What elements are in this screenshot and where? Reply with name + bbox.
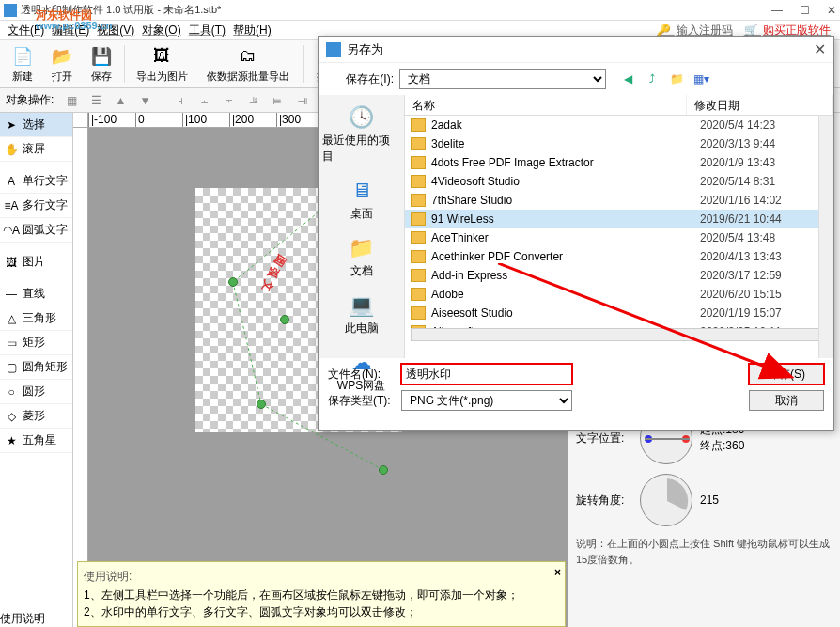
op-align-bot-icon[interactable]: ⫣: [292, 91, 313, 110]
folder-icon: [411, 269, 426, 282]
help-box: × 使用说明: 1、左侧工具栏中选择一个功能后，在画布区域按住鼠标左键拖动，即可…: [77, 561, 566, 627]
tool-label: 直线: [23, 286, 45, 302]
save-button[interactable]: 保存(S): [749, 364, 824, 384]
tool-line[interactable]: —直线: [0, 282, 72, 306]
folder-icon: [411, 212, 426, 226]
tool-hand[interactable]: ✋滚屏: [0, 137, 72, 162]
new-button[interactable]: 📄新建: [4, 43, 41, 86]
help-line: 1、左侧工具栏中选择一个功能后，在画布区域按住鼠标左键拖动，即可添加一个对象；: [84, 587, 559, 603]
menu-help[interactable]: 帮助(H): [231, 23, 273, 39]
tool-roundrect[interactable]: ▢圆角矩形: [0, 355, 72, 380]
op-front-icon[interactable]: ▲: [110, 91, 131, 110]
tool-arctext[interactable]: ◠A圆弧文字: [0, 218, 72, 243]
rotation-value: 215: [700, 494, 719, 507]
tool-star[interactable]: ★五角星: [0, 429, 72, 453]
menu-object[interactable]: 对象(O): [140, 23, 182, 39]
tool-rect[interactable]: ▭矩形: [0, 331, 72, 355]
file-name: 3delite: [431, 137, 700, 150]
sidebar-footer[interactable]: 使用说明: [0, 611, 73, 627]
cancel-button[interactable]: 取消: [749, 390, 824, 411]
close-button[interactable]: ✕: [827, 4, 836, 17]
tool-label: 圆弧文字: [23, 222, 68, 238]
file-date: 2020/1/19 15:07: [700, 306, 782, 320]
op-layers-icon[interactable]: ☰: [86, 91, 106, 110]
op-back-icon[interactable]: ▼: [134, 91, 155, 110]
file-name: 4Videosoft Studio: [431, 175, 700, 188]
minimize-button[interactable]: —: [771, 4, 783, 17]
tool-image[interactable]: 🖼图片: [0, 250, 72, 274]
file-row[interactable]: Adobe2020/6/20 15:15: [405, 285, 833, 304]
tool-cursor[interactable]: ➤选择: [0, 113, 72, 137]
multitext-icon: ≡A: [4, 198, 19, 213]
dialog-title: 另存为: [347, 41, 814, 58]
place-desktop[interactable]: 🖥桌面: [319, 172, 404, 227]
diamond-icon: ◇: [4, 409, 19, 424]
savein-select[interactable]: 文档: [399, 69, 606, 89]
nav-newfolder-icon[interactable]: 📁: [666, 70, 687, 88]
file-row[interactable]: 4dots Free PDF Image Extractor2020/1/9 1…: [405, 153, 833, 172]
folder-icon: [411, 137, 426, 150]
v-scrollbar[interactable]: [818, 116, 833, 358]
place-thispc[interactable]: 💻此电脑: [319, 287, 404, 342]
menu-tool[interactable]: 工具(T): [187, 23, 227, 39]
help-line: 2、水印中的单行文字、多行文字、圆弧文字对象均可以双击修改；: [84, 603, 559, 620]
filetype-select[interactable]: PNG 文件(*.png): [401, 390, 572, 411]
file-row[interactable]: 7thShare Studio2020/1/16 14:02: [405, 191, 833, 210]
op-align-center-icon[interactable]: ⫠: [194, 91, 215, 110]
file-row[interactable]: 2adak2020/5/4 14:23: [405, 116, 833, 134]
tool-label: 圆形: [23, 384, 45, 400]
nav-up-icon[interactable]: ⤴: [642, 70, 662, 88]
file-row[interactable]: AceThinker2020/5/4 13:48: [405, 228, 833, 247]
col-date[interactable]: 修改日期: [687, 95, 833, 115]
file-row[interactable]: 4Videosoft Studio2020/5/14 8:31: [405, 172, 833, 191]
maximize-button[interactable]: ☐: [800, 4, 810, 17]
tool-text[interactable]: A单行文字: [0, 169, 72, 194]
export-image-button[interactable]: 🖼导出为图片: [129, 43, 194, 86]
op-align-left-icon[interactable]: ⫞: [170, 91, 191, 110]
file-row[interactable]: Acethinker PDF Converter2020/4/13 13:43: [405, 247, 833, 266]
dialog-close-button[interactable]: ✕: [814, 40, 826, 58]
documents-icon: 📁: [347, 235, 377, 261]
tool-triangle[interactable]: △三角形: [0, 306, 72, 331]
handle-icon[interactable]: [257, 400, 266, 409]
save-button[interactable]: 💾保存: [83, 43, 120, 86]
opbar-label: 对象操作:: [6, 92, 54, 108]
op-align-top-icon[interactable]: ⫡: [243, 91, 264, 110]
op-align-right-icon[interactable]: ⫟: [219, 91, 240, 110]
place-documents[interactable]: 📁文档: [319, 229, 404, 285]
nav-back-icon[interactable]: ◀: [617, 70, 638, 88]
save-icon: 💾: [90, 45, 113, 68]
folder-icon: [411, 306, 426, 320]
help-close-button[interactable]: ×: [554, 564, 561, 581]
tool-label: 滚屏: [23, 141, 45, 157]
file-date: 2020/5/14 8:31: [700, 175, 775, 188]
tool-multitext[interactable]: ≡A多行文字: [0, 194, 72, 218]
filename-label: 文件名(N):: [328, 367, 394, 383]
file-row[interactable]: Add-in Express2020/3/17 12:59: [405, 266, 833, 285]
handle-icon[interactable]: [379, 465, 388, 475]
file-row[interactable]: 3delite2020/3/13 9:44: [405, 134, 833, 153]
open-button[interactable]: 📂打开: [43, 43, 81, 86]
nav-view-icon[interactable]: ▦▾: [691, 70, 711, 88]
tool-circle[interactable]: ○圆形: [0, 380, 72, 404]
cursor-icon: ➤: [4, 118, 19, 133]
col-name[interactable]: 名称: [405, 95, 687, 115]
file-row[interactable]: 91 WireLess2019/6/21 10:44: [405, 210, 833, 228]
tool-label: 五角星: [23, 432, 56, 448]
batch-export-button[interactable]: 🗂依数据源批量导出: [196, 43, 300, 86]
handle-icon[interactable]: [280, 315, 289, 324]
file-row[interactable]: Aiseesoft Studio2020/1/19 15:07: [405, 304, 833, 322]
rotation-dial[interactable]: [640, 474, 692, 526]
savein-label: 保存在(I):: [328, 71, 394, 87]
place-recent[interactable]: 🕓最近使用的项目: [319, 99, 404, 170]
filename-input[interactable]: [401, 364, 572, 384]
tool-diamond[interactable]: ◇菱形: [0, 404, 72, 429]
file-list[interactable]: 名称 修改日期 2adak2020/5/4 14:233delite2020/3…: [405, 95, 833, 358]
file-list-header[interactable]: 名称 修改日期: [405, 95, 833, 116]
handle-icon[interactable]: [228, 277, 238, 287]
file-date: 2020/3/13 9:44: [700, 137, 775, 150]
op-align-mid-icon[interactable]: ⫢: [268, 91, 288, 110]
op-layer-icon[interactable]: ▦: [61, 91, 82, 110]
window-title: 透明水印制作软件 1.0 试用版 - 未命名1.stb*: [21, 3, 771, 17]
h-scrollbar[interactable]: [411, 328, 828, 341]
